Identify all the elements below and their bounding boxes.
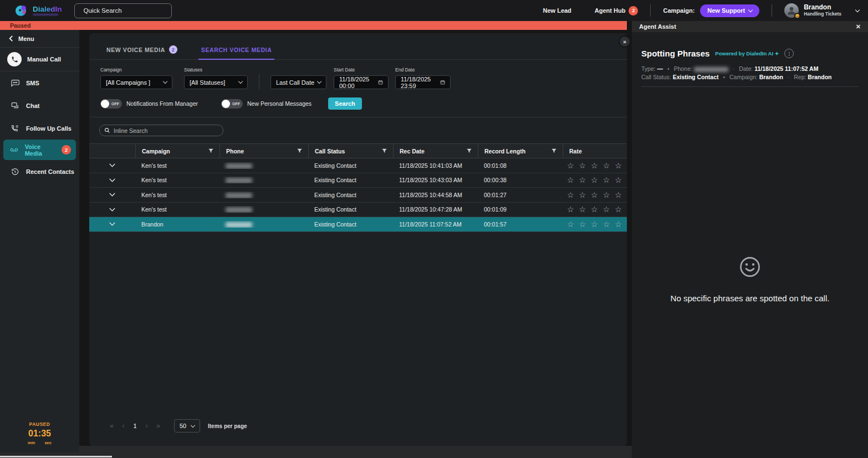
filter-icon[interactable] — [551, 148, 557, 154]
rating-stars[interactable]: ☆☆☆☆☆ — [563, 205, 627, 214]
cell-rec-date: 11/18/2025 11:07:52 AM — [393, 221, 478, 228]
sparkle-icon: ✦ — [775, 51, 779, 56]
agent-assist-title: Agent Assist — [639, 23, 676, 30]
user-menu-chevron-icon[interactable] — [855, 7, 860, 12]
table-row[interactable]: BrandonExisting Contact11/18/2025 11:07:… — [89, 217, 627, 232]
cell-rec-date: 11/18/2025 10:43:03 AM — [393, 177, 478, 183]
personal-messages-toggle[interactable]: OFF — [221, 99, 243, 109]
call-status-label: Call Status: — [641, 74, 671, 80]
statuses-filter-dropdown[interactable]: [All Statuses] — [184, 75, 248, 89]
column-label: Campaign — [142, 148, 170, 155]
panel-expand-button[interactable]: » — [619, 35, 631, 48]
cell-rec-date: 11/18/2025 10:47:28 AM — [393, 206, 478, 213]
table-row[interactable]: Ken's testExisting Contact11/18/2025 10:… — [89, 158, 627, 173]
redacted-phone — [226, 163, 252, 169]
next-page-icon[interactable]: › — [141, 422, 152, 430]
top-bar: DialedIn New Lead Agent Hub 2 Campaign: … — [0, 0, 868, 21]
sidebar-item-label: Manual Call — [27, 56, 61, 63]
table-row[interactable]: Ken's testExisting Contact11/18/2025 10:… — [89, 188, 627, 203]
end-date-value: 11/18/2025 23:59 — [401, 76, 440, 89]
filter-icon[interactable] — [381, 148, 387, 154]
sidebar-item-manual-call[interactable]: Manual Call — [0, 48, 79, 71]
column-header-rec-date[interactable]: Rec Date — [393, 144, 478, 158]
first-page-icon[interactable]: « — [106, 422, 118, 430]
call-meta: Type: — • Phone: · Date: 11/18/2025 11:0… — [641, 65, 859, 81]
rating-stars[interactable]: ☆☆☆☆☆ — [563, 161, 627, 170]
row-expand-button[interactable] — [89, 178, 135, 182]
powered-by-link[interactable]: Powered by DialedIn AI ✦ — [715, 50, 779, 56]
cell-phone — [219, 221, 308, 228]
start-date-input[interactable]: 11/18/2025 00:00 — [334, 75, 389, 89]
user-name: Brandon — [804, 4, 841, 12]
last-page-icon[interactable]: » — [152, 422, 164, 430]
column-header-campaign[interactable]: Campaign — [135, 144, 219, 158]
cell-campaign: Ken's test — [135, 206, 219, 213]
new-lead-button[interactable]: New Lead — [543, 7, 571, 14]
sidebar-menu-back[interactable]: Menu — [0, 30, 79, 48]
chevron-down-icon — [191, 423, 195, 427]
table-header: Campaign Phone Call Status Rec Date Reco… — [89, 143, 627, 158]
start-date-label: Start Date — [334, 67, 395, 73]
campaign-filter-dropdown[interactable]: [All Campaigns ] — [100, 75, 172, 89]
search-button[interactable]: Search — [328, 97, 362, 110]
column-header-phone[interactable]: Phone — [219, 144, 308, 158]
app-logo[interactable]: DialedIn — [14, 3, 62, 18]
inline-search-box[interactable] — [99, 125, 223, 136]
kebab-menu-icon[interactable]: ⋮ — [784, 49, 794, 58]
chevron-down-icon — [109, 193, 115, 197]
column-header-call-status[interactable]: Call Status — [308, 144, 393, 158]
sidebar-item-sms[interactable]: SMS — [0, 71, 79, 94]
row-expand-button[interactable] — [89, 222, 135, 226]
cell-record-length: 00:00:38 — [478, 177, 563, 183]
rating-stars[interactable]: ☆☆☆☆☆ — [563, 191, 627, 199]
quick-search-box[interactable] — [74, 3, 172, 18]
chat-icon — [11, 101, 19, 110]
row-expand-button[interactable] — [89, 208, 135, 212]
tab-label: NEW VOICE MEDIA — [106, 47, 165, 53]
cell-record-length: 00:01:27 — [478, 192, 563, 198]
column-header-rate[interactable]: Rate — [563, 144, 627, 158]
no-phrases-empty-state: No specific phrases are spotted on the c… — [632, 256, 868, 303]
tab-new-voice-media[interactable]: NEW VOICE MEDIA 2 — [106, 45, 177, 59]
sidebar-item-recent-contacts[interactable]: Recent Contacts — [0, 160, 79, 183]
agent-hub-button[interactable]: Agent Hub 2 — [595, 6, 639, 16]
end-date-input[interactable]: 11/18/2025 23:59 — [395, 75, 451, 89]
row-expand-button[interactable] — [89, 163, 135, 167]
sidebar-item-label: Chat — [26, 102, 39, 109]
filter-icon[interactable] — [208, 148, 214, 154]
rating-stars[interactable]: ☆☆☆☆☆ — [563, 176, 627, 184]
smiley-icon — [739, 256, 761, 278]
cell-phone — [219, 206, 308, 213]
previous-page-icon[interactable]: ‹ — [118, 422, 129, 430]
user-avatar[interactable]: – — [784, 3, 799, 18]
tab-search-voice-media[interactable]: SEARCH VOICE MEDIA — [198, 45, 274, 60]
inline-search-input[interactable] — [114, 127, 218, 134]
page-size-dropdown[interactable]: 50 — [174, 419, 200, 433]
rating-stars[interactable]: ☆☆☆☆☆ — [563, 220, 627, 229]
filter-icon[interactable] — [466, 148, 472, 154]
campaign-select-button[interactable]: New Support — [700, 4, 759, 17]
quick-search-input[interactable] — [84, 7, 169, 14]
notifications-toggle-label: Notifications From Manager — [126, 100, 198, 107]
redacted-phone — [226, 222, 252, 228]
notifications-toggle[interactable]: OFF — [100, 99, 122, 109]
column-header-record-length[interactable]: Record Length — [478, 144, 563, 158]
phone-icon — [7, 52, 22, 66]
page-number[interactable]: 1 — [129, 423, 141, 429]
cell-phone — [219, 177, 308, 183]
toggle-off-label: OFF — [111, 102, 119, 106]
column-label: Rate — [569, 148, 582, 155]
sidebar-item-label: SMS — [26, 80, 39, 86]
date-type-dropdown[interactable]: Last Call Date — [270, 75, 326, 89]
row-expand-button[interactable] — [89, 193, 135, 197]
sidebar-item-chat[interactable]: Chat — [0, 94, 79, 117]
table-row[interactable]: Ken's testExisting Contact11/18/2025 10:… — [89, 203, 627, 218]
table-row[interactable]: Ken's testExisting Contact11/18/2025 10:… — [89, 173, 627, 188]
sidebar-item-voice-media[interactable]: Voice Media 2 — [3, 140, 76, 160]
filter-icon[interactable] — [297, 148, 303, 154]
date-value: 11/18/2025 11:07:52 AM — [754, 65, 818, 72]
close-icon[interactable]: ✕ — [856, 23, 861, 30]
chevron-down-icon — [109, 163, 115, 167]
sidebar-item-follow-up-calls[interactable]: Follow Up Calls — [0, 117, 79, 140]
search-filters: Campaign [All Campaigns ] Statuses [All … — [89, 60, 627, 110]
